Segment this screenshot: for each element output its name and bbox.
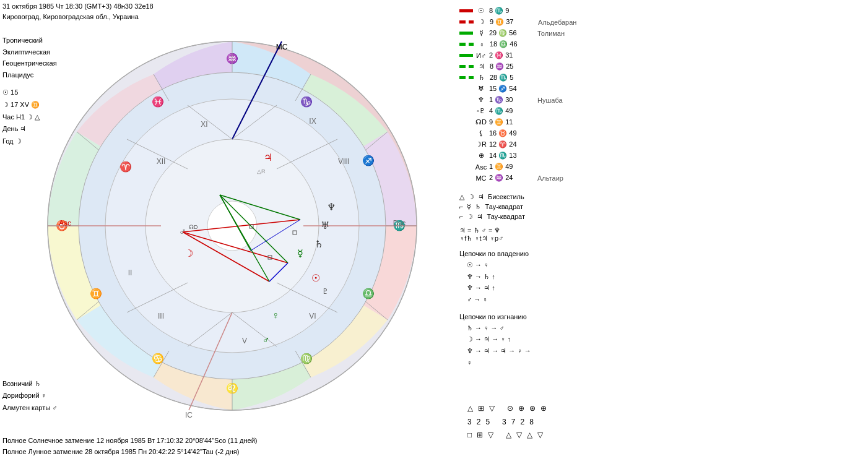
svg-text:♂: ♂ [179, 226, 186, 237]
asc-position: 1 ♊ 49 [489, 163, 536, 171]
pf-symbol: ⊕ [475, 152, 487, 160]
asc-row: Asc 1 ♊ 49 [459, 161, 865, 172]
selena-row: ☽R 12 ♈ 24 [459, 139, 865, 150]
mercury-row: ☿ 29 ♍ 56 Толиман [459, 28, 865, 38]
svg-text:♄: ♄ [315, 239, 323, 249]
svg-text:Asc: Asc [59, 219, 71, 228]
node-row: ☊D 9 ♊ 11 [459, 117, 865, 127]
aspect-2: ⌐ ☿ ♄ Тау-квадрат [459, 202, 865, 212]
aspect-1-type: Бисекстиль [488, 193, 524, 200]
jupiter-position: 8 ♒ 25 [490, 62, 536, 71]
midpoints-section: ♃ = ♄ ♂ = ♆ ♀f♄ ♀t♃ ♀p♂ [459, 226, 865, 243]
svg-text:XII: XII [157, 157, 166, 166]
venus-symbol: ♀ [475, 41, 488, 48]
aspect-3: ⌐ ☽ ♃ Тау-квадрат [459, 212, 865, 221]
uranus-row: ♅ 15 ♐ 54 [459, 84, 865, 94]
lilith-row: ⚸ 16 ♉ 49 [459, 128, 865, 139]
midpoint-formula: ♃ = ♄ ♂ = ♆ [459, 226, 865, 234]
jupiter-row: ♃ 8 ♒ 25 [459, 61, 865, 72]
svg-text:МС: МС [276, 43, 288, 51]
moon-row: ☽ 9 ♊ 37 Альдебаран [459, 17, 865, 27]
dorif: Дорифорий ♀ [2, 390, 57, 402]
sun-row: ☉ 8 ♏ 9 [459, 6, 865, 16]
svg-text:XI: XI [201, 120, 207, 129]
node-symbol: ☊D [475, 118, 487, 126]
aspect-3-type: Тау-квадрат [487, 213, 524, 220]
neptune-row: ♆ 1 ♑ 30 Нушаба [459, 95, 865, 105]
svg-text:♈: ♈ [119, 161, 132, 173]
svg-text:☉: ☉ [311, 273, 320, 283]
svg-text:♓: ♓ [152, 96, 164, 108]
saturn-position: 28 ♏ 5 [490, 74, 536, 82]
midpoint-chain: ♀f♄ ♀t♃ ♀p♂ [459, 234, 865, 243]
svg-text:☿: ☿ [297, 248, 303, 259]
mc-row: МС 2 ♒ 24 Альтаир [459, 173, 865, 183]
svg-text:♂: ♂ [263, 335, 270, 345]
eclipse-info: Полное Солнечное затмение 12 ноября 1985… [2, 435, 257, 458]
svg-text:♆: ♆ [327, 202, 336, 212]
svg-text:VIII: VIII [338, 157, 349, 166]
uranus-symbol: ♅ [475, 85, 487, 93]
aspect-1: △ ☽ ♃ Бисекстиль [459, 192, 865, 202]
special-info: Возничий ♄ Дорифорий ♀ Алмутен карты ♂ [2, 378, 57, 415]
mc-symbol: МС [475, 174, 487, 182]
mars-symbol: И♂ [475, 52, 487, 59]
planet-list: ☉ 8 ♏ 9 ☽ 9 ♊ 37 Альдебаран ☿ 29 ♍ 56 То… [459, 6, 865, 183]
node-position: 9 ♊ 11 [489, 118, 536, 126]
date-line: 31 октября 1985 Чт 18:30 (GMT+3) 48н30 3… [2, 1, 154, 12]
sun-position: 8 ♏ 9 [489, 7, 536, 15]
saturn-row: ♄ 28 ♏ 5 [459, 72, 865, 83]
lilith-position: 16 ♉ 49 [489, 129, 536, 137]
aspect-2-type: Тау-квадрат [485, 203, 523, 210]
svg-text:♊: ♊ [90, 288, 102, 299]
aspects-section: △ ☽ ♃ Бисекстиль ⌐ ☿ ♄ Тау-квадрат ⌐ ☽ ♃… [459, 192, 865, 221]
chains-exile-title: Цепочки по изгнанию [459, 313, 865, 320]
mercury-position: 29 ♍ 56 [489, 29, 536, 37]
pluto-row: ◦♇ 4 ♏ 49 [459, 106, 865, 116]
pluto-symbol: ◦♇ [475, 107, 487, 115]
svg-text:VI: VI [309, 312, 316, 320]
vozn: Возничий ♄ [2, 378, 57, 390]
svg-text:♇: ♇ [322, 287, 329, 296]
svg-text:♐: ♐ [362, 155, 375, 166]
svg-text:♅: ♅ [321, 220, 329, 231]
moon-star: Альдебаран [538, 19, 576, 26]
saturn-symbol: ♄ [475, 74, 488, 82]
uranus-position: 15 ♐ 54 [489, 85, 536, 93]
moon-position: 9 ♊ 37 [490, 18, 536, 26]
svg-text:☊D: ☊D [189, 224, 198, 230]
svg-text:II: II [128, 269, 132, 277]
right-panel: ☉ 8 ♏ 9 ☽ 9 ♊ 37 Альдебаран ☿ 29 ♍ 56 То… [459, 3, 865, 369]
neptune-star: Нушаба [537, 97, 563, 104]
pluto-position: 4 ♏ 49 [489, 107, 536, 115]
svg-text:IC: IC [185, 411, 193, 419]
mercury-star: Толиман [537, 30, 565, 37]
lilith-symbol: ⚸ [475, 129, 487, 137]
mars-row: И♂ 2 ♓ 31 [459, 50, 865, 61]
astro-chart: ♈ ♉ ♊ ♋ ♌ ♍ ♎ ♏ ♐ ♑ ♒ ♓ XI XII II III V … [34, 15, 436, 436]
svg-text:IX: IX [309, 117, 316, 126]
pf-row: ⊕ 14 ♏ 13 [459, 150, 865, 161]
svg-text:III: III [158, 312, 164, 320]
chains-ownership: Цепочки по владению ☉ → ♀ ♆ → ♄ ↑ ♆ → ♃ … [459, 250, 865, 306]
neptune-symbol: ♆ [475, 96, 487, 104]
selena-position: 12 ♈ 24 [489, 140, 536, 148]
chains-ownership-title: Цепочки по владению [459, 250, 865, 257]
mars-position: 2 ♓ 31 [489, 51, 536, 59]
svg-text:☽: ☽ [184, 248, 193, 259]
jupiter-symbol: ♃ [475, 62, 488, 71]
selena-symbol: ☽R [475, 140, 487, 148]
chains-exile: Цепочки по изгнанию ♄ → ♀ → ♂ ☽ → ♃ → ♀ … [459, 313, 865, 369]
svg-text:V: V [242, 337, 247, 345]
svg-text:♑: ♑ [300, 96, 313, 108]
sun-symbol: ☉ [475, 7, 487, 15]
moon-symbol: ☽ [475, 18, 488, 26]
bottom-symbols-grid: △ ⊞ ▽ ⊙ ⊕ ⊛ ⊕ 3 2 5 3 7 2 8 □ ⊞ ▽ △ ▽ △ … [467, 402, 547, 442]
mercury-symbol: ☿ [475, 29, 487, 37]
almut: Алмутен карты ♂ [2, 402, 57, 415]
svg-text:△R: △R [257, 168, 266, 174]
mc-position: 2 ♒ 24 [489, 174, 536, 182]
solar-eclipse: Полное Солнечное затмение 12 ноября 1985… [2, 435, 257, 447]
pf-position: 14 ♏ 13 [489, 152, 536, 160]
svg-text:♃: ♃ [264, 152, 272, 163]
